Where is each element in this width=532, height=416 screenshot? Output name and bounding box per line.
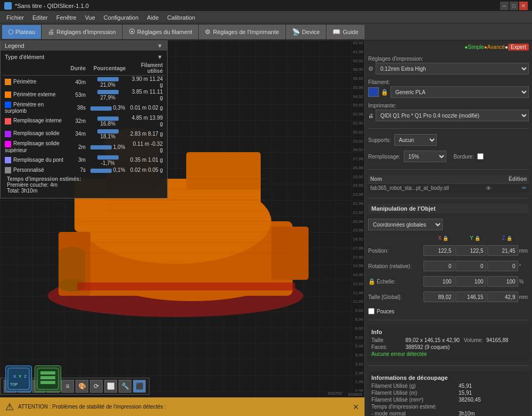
tab-filament[interactable]: ⦿ Réglages du filament (123, 25, 198, 39)
table-cell-name: fab365_robot_sta...pt_at_body.stl (368, 184, 484, 193)
legend-type-label: Type d'élément (5, 54, 44, 60)
slicing-title: Informations de découpage (371, 375, 526, 381)
close-button[interactable]: ✕ (519, 2, 528, 10)
corner-label-br: 933782 (328, 391, 342, 396)
rotation-y-input[interactable] (455, 261, 486, 271)
scale-y-input[interactable] (455, 276, 486, 287)
print-profile-select[interactable]: 0.12mm Extra High (376, 63, 529, 74)
legend-total: Total: 3h10m (7, 188, 161, 194)
scale-x-input[interactable] (423, 276, 454, 287)
expert-mode-label[interactable]: Expert (508, 44, 529, 51)
scale-z-input[interactable] (487, 276, 518, 287)
tab-printer-settings-label: Réglages de l'Imprimante (213, 29, 279, 35)
slice-temps-mode-row: - mode normal 3h10m (371, 411, 526, 416)
pouces-checkbox[interactable] (368, 308, 375, 314)
menu-calibration[interactable]: Calibration (163, 13, 200, 22)
tab-print-settings[interactable]: 🖨 Réglages d'Impression (42, 25, 122, 39)
menu-fenetre[interactable]: Fenêtre (52, 13, 81, 22)
window-title: *Sans titre - QIDISlicer-1.1.0 (15, 3, 89, 9)
menu-fichier[interactable]: Fichier (2, 13, 28, 22)
legend-close-icon[interactable]: ▼ (157, 43, 163, 49)
print-settings-icon: 🖨 (48, 28, 54, 36)
tab-filament-label: Réglages du filament (137, 29, 192, 35)
pouces-label: Pouces (377, 309, 394, 314)
layer-icon[interactable] (35, 365, 61, 392)
divider-2 (368, 169, 529, 170)
legend-filter-icon[interactable]: ▼ (157, 54, 163, 60)
coord-system-select[interactable]: Coordonnées globales Coordonnées locales (368, 219, 443, 230)
slice-filament-g-label: Filament Utilisé (g) (371, 383, 456, 389)
fill-row: Remplissage: 15% Bordure: (368, 151, 529, 162)
bordure-checkbox[interactable] (477, 153, 484, 160)
x-lock-icon: 🔒 (443, 236, 448, 241)
position-z-input[interactable] (487, 245, 518, 256)
minimize-button[interactable]: ─ (500, 2, 509, 10)
table-header-name: Nom (368, 175, 484, 184)
viewport-area[interactable]: Legend ▼ Type d'élément ▼ Durée Pourcent… (0, 40, 364, 416)
menu-aide[interactable]: Aide (143, 13, 163, 22)
maximize-button[interactable]: □ (510, 2, 518, 10)
tab-guide[interactable]: 📖 Guide (327, 25, 364, 39)
menu-editer[interactable]: Editer (28, 13, 52, 22)
svg-rect-22 (8, 368, 29, 389)
menu-vue[interactable]: Vue (81, 13, 99, 22)
edit-icon[interactable]: ✏ (522, 185, 527, 191)
printer-settings-icon: ⚙ (205, 28, 211, 36)
info-faces-value: 388592 (9 coques) (405, 344, 450, 350)
legend-col-pct: Pourcentage (88, 61, 128, 76)
info-volume-value: 94165,88 (486, 337, 509, 343)
legend-row: Périmètre en surplomb 38s 0,3% 0.01 m 0.… (3, 101, 165, 114)
taille-x-input[interactable] (423, 292, 454, 302)
svg-rect-29 (40, 376, 55, 379)
svg-text:X: X (13, 374, 16, 379)
legend-row: Remplissage solide supérieur 2m 1,0% 0.1… (3, 140, 165, 153)
svg-rect-21 (77, 282, 295, 290)
table-cell-edit[interactable]: ✏ (498, 184, 529, 193)
supports-select[interactable]: Aucun (394, 134, 437, 146)
simple-mode-label[interactable]: Simple (468, 44, 484, 50)
svg-text:TOP: TOP (10, 382, 18, 386)
rotation-x-input[interactable] (423, 261, 454, 271)
vp-view-button[interactable]: ⬜ (104, 380, 117, 393)
remplissage-select[interactable]: 15% (404, 151, 446, 162)
filament-section: Filament: 🔒 Generic PLA (368, 79, 529, 99)
titlebar: *Sans titre - QIDISlicer-1.1.0 ─ □ ✕ (0, 0, 532, 12)
tab-device[interactable]: 📡 Device (286, 25, 326, 39)
vp-rotate-button[interactable]: ⟳ (90, 380, 103, 393)
toolbar: ⬡ Plateau 🖨 Réglages d'Impression ⦿ Régl… (0, 23, 532, 40)
vp-active-button[interactable]: ⬛ (133, 380, 146, 393)
legend-table: Durée Pourcentage Filament utilisé Périm… (3, 61, 165, 174)
table-cell-eye[interactable]: 👁 (484, 184, 497, 193)
position-unit: mm (519, 248, 529, 254)
legend-row: Personnalisé 7s 0,1% 0.02 m 0.05 g (3, 167, 165, 174)
remplissage-label: Remplissage: (368, 154, 401, 160)
z-header: Z (502, 235, 505, 241)
filament-color-swatch[interactable] (368, 87, 379, 97)
advanced-mode-label[interactable]: Avancé (487, 44, 505, 50)
scale-unit: % (519, 279, 529, 285)
tab-plateau[interactable]: ⬡ Plateau (2, 25, 41, 39)
warning-close-icon[interactable]: ✕ (353, 403, 359, 411)
slice-filament-g-row: Filament Utilisé (g) 45,91 (371, 383, 526, 389)
vp-layers-button[interactable]: ≡ (61, 380, 74, 393)
tab-printer-settings[interactable]: ⚙ Réglages de l'Imprimante (199, 25, 285, 39)
taille-z-input[interactable] (487, 292, 518, 302)
guide-icon: 📖 (332, 28, 340, 36)
position-x-input[interactable] (423, 245, 454, 256)
info-taille-label: Taille (371, 337, 403, 343)
vp-color-button[interactable]: 🎨 (76, 380, 88, 393)
tab-guide-label: Guide (343, 29, 358, 35)
main-layout: Legend ▼ Type d'élément ▼ Durée Pourcent… (0, 40, 532, 416)
taille-y-input[interactable] (455, 292, 486, 302)
filament-select[interactable]: Generic PLA (390, 86, 529, 98)
menu-configuration[interactable]: Configuration (99, 13, 143, 22)
info-taille-row: Taille 89,02 x 146,15 x 42,90 Volume: 94… (371, 337, 526, 343)
tab-plateau-label: Plateau (15, 29, 35, 35)
rotation-z-input[interactable] (487, 261, 518, 271)
printer-select[interactable]: QIDI Q1 Pro * Q1 Pro 0.4 nozzle (modifié… (376, 110, 529, 121)
eye-icon[interactable]: 👁 (486, 185, 492, 192)
vp-settings-button[interactable]: 🔧 (119, 380, 131, 393)
print-profile-row: ⚙ 0.12mm Extra High (368, 63, 529, 74)
position-y-input[interactable] (455, 245, 486, 256)
position-label: Position: (368, 248, 422, 254)
